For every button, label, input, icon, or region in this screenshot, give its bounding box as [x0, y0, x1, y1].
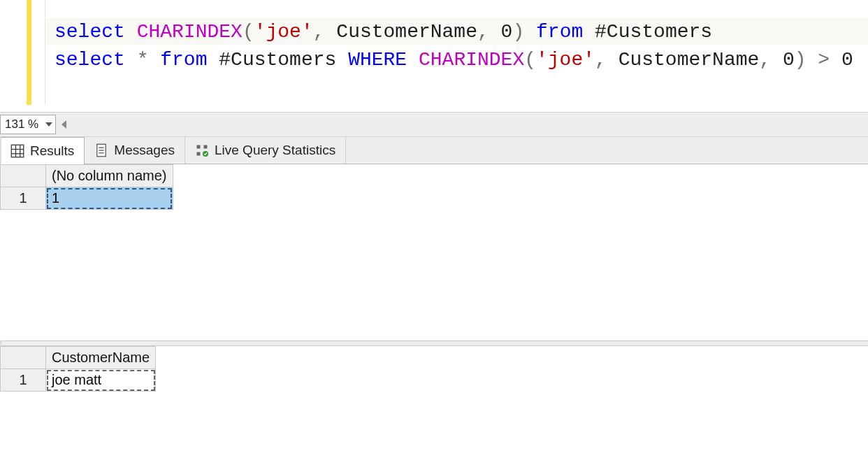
- lparen: (: [243, 21, 254, 43]
- lparen: (: [524, 49, 536, 71]
- str-joe: 'joe': [254, 21, 313, 43]
- editor-gutter-line: [45, 0, 45, 105]
- id-customername: CustomerName: [336, 21, 477, 43]
- hscroll-left-arrow-icon[interactable]: [62, 120, 66, 129]
- num-zero: 0: [841, 49, 853, 71]
- tab-live-query-statistics[interactable]: Live Query Statistics: [185, 137, 346, 164]
- zoom-level-value: 131 %: [5, 117, 38, 131]
- sql-code[interactable]: select CHARINDEX('joe', CustomerName, 0)…: [55, 18, 853, 74]
- tbl-customers: #Customers: [595, 21, 712, 43]
- kw-select: select: [55, 49, 125, 71]
- rparen: ): [795, 49, 806, 71]
- comma: ,: [759, 49, 771, 71]
- row-header-blank[interactable]: [1, 347, 46, 369]
- kw-from: from: [536, 21, 583, 43]
- results-grid-2-pane: CustomerName 1 joe matt: [0, 346, 868, 458]
- fn-charindex: CHARINDEX: [419, 49, 524, 71]
- row-header-blank[interactable]: [1, 165, 46, 187]
- tab-live-stats-label: Live Query Statistics: [215, 143, 335, 158]
- op-gt: >: [818, 49, 830, 71]
- results-grid-1[interactable]: (No column name) 1 1: [0, 164, 173, 210]
- num-zero: 0: [501, 21, 513, 43]
- comma: ,: [313, 21, 325, 43]
- num-zero: 0: [783, 49, 795, 71]
- svg-rect-10: [203, 145, 207, 149]
- svg-rect-9: [196, 145, 200, 149]
- column-header-customername[interactable]: CustomerName: [46, 347, 156, 369]
- comma: ,: [595, 49, 607, 71]
- results-tab-bar: Results Messages Live Query Statistics: [0, 137, 868, 164]
- grid-icon: [10, 144, 24, 158]
- modified-indicator-bar: [27, 0, 31, 105]
- fn-charindex: CHARINDEX: [137, 21, 243, 43]
- row-number[interactable]: 1: [1, 187, 46, 210]
- zoom-level-select[interactable]: 131 %: [0, 115, 56, 134]
- table-row[interactable]: 1 1: [1, 187, 173, 210]
- kw-select: select: [55, 21, 125, 43]
- document-icon: [94, 143, 108, 157]
- kw-where: WHERE: [348, 49, 407, 71]
- results-splitter[interactable]: [0, 341, 868, 346]
- str-joe: 'joe': [536, 49, 595, 71]
- star: *: [137, 49, 149, 71]
- editor-zoom-bar: 131 %: [0, 112, 868, 137]
- tab-messages[interactable]: Messages: [85, 137, 185, 164]
- results-grid-1-pane: (No column name) 1 1: [0, 164, 868, 341]
- results-grid-2[interactable]: CustomerName 1 joe matt: [0, 346, 156, 392]
- id-customername: CustomerName: [619, 49, 760, 71]
- kw-from: from: [160, 49, 207, 71]
- tab-results-label: Results: [30, 143, 74, 159]
- svg-rect-0: [11, 145, 24, 157]
- column-header-no-name[interactable]: (No column name): [46, 165, 173, 187]
- cell-value[interactable]: 1: [46, 187, 173, 210]
- rparen: ): [512, 21, 524, 43]
- tab-results[interactable]: Results: [0, 137, 85, 164]
- tab-messages-label: Messages: [114, 143, 175, 158]
- svg-rect-11: [196, 152, 200, 156]
- row-number[interactable]: 1: [1, 369, 46, 392]
- comma: ,: [477, 21, 489, 43]
- table-row[interactable]: 1 joe matt: [1, 369, 156, 392]
- chevron-down-icon: [45, 122, 52, 127]
- tbl-customers: #Customers: [219, 49, 336, 71]
- cell-value[interactable]: joe matt: [46, 369, 156, 392]
- sql-editor-pane[interactable]: select CHARINDEX('joe', CustomerName, 0)…: [0, 0, 868, 112]
- statistics-icon: [195, 143, 209, 157]
